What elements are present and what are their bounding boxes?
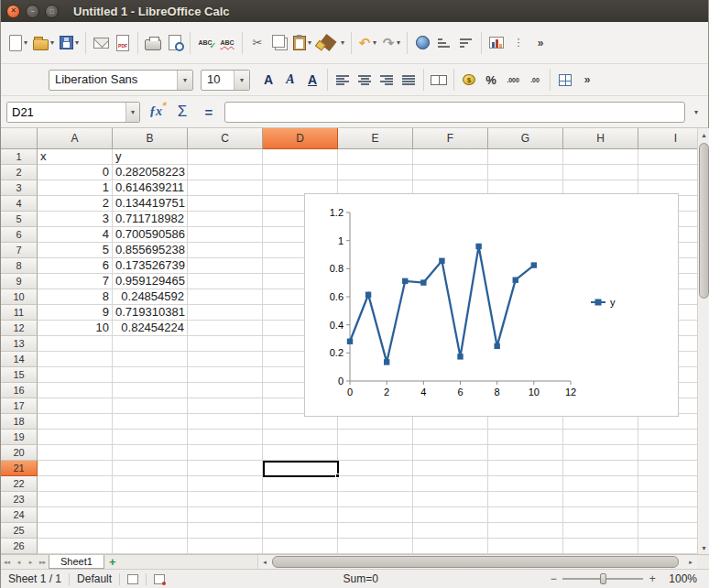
row-header-1[interactable]: 1 xyxy=(1,149,38,165)
cell-G21[interactable] xyxy=(488,461,563,476)
cell-C7[interactable] xyxy=(188,243,263,258)
scroll-down-arrow[interactable]: ▾ xyxy=(698,541,709,554)
column-header-F[interactable]: F xyxy=(413,128,488,149)
cell-B8[interactable]: 0.173526739 xyxy=(113,258,188,274)
paste-dropdown-arrow[interactable]: ▾ xyxy=(308,38,311,47)
cell-A24[interactable] xyxy=(38,507,113,523)
row-header-14[interactable]: 14 xyxy=(1,352,38,367)
cell-C22[interactable] xyxy=(188,476,263,492)
row-header-17[interactable]: 17 xyxy=(1,398,38,414)
cell-B23[interactable] xyxy=(113,492,188,507)
align-center-button[interactable] xyxy=(354,68,376,92)
close-button[interactable]: ✕ xyxy=(6,5,20,18)
new-dropdown-arrow[interactable]: ▾ xyxy=(24,38,27,47)
cell-I24[interactable] xyxy=(638,507,697,523)
cell-I1[interactable] xyxy=(638,149,697,165)
cell-D22[interactable] xyxy=(263,476,338,492)
cell-B18[interactable] xyxy=(113,414,188,430)
column-header-B[interactable]: B xyxy=(113,128,188,149)
merge-cells-button[interactable] xyxy=(428,68,450,92)
cell-B2[interactable]: 0.282058223 xyxy=(113,165,188,180)
row-header-22[interactable]: 22 xyxy=(1,476,38,492)
cell-C12[interactable] xyxy=(188,321,263,336)
column-header-E[interactable]: E xyxy=(338,128,413,149)
font-name-dropdown[interactable]: ▾ xyxy=(177,71,192,90)
cell-A22[interactable] xyxy=(38,476,113,492)
scroll-up-arrow[interactable]: ▴ xyxy=(698,128,709,141)
cell-G2[interactable] xyxy=(488,165,563,180)
cell-D1[interactable] xyxy=(263,149,338,165)
italic-button[interactable]: A xyxy=(279,68,301,92)
cell-A26[interactable] xyxy=(38,539,113,554)
cell-E20[interactable] xyxy=(338,445,413,461)
vertical-scrollbar[interactable]: ▴ ▾ xyxy=(697,128,709,554)
row-header-10[interactable]: 10 xyxy=(1,289,38,305)
undo-button[interactable]: ↶▾ xyxy=(355,28,379,58)
clone-formatting-dropdown-arrow[interactable]: ▾ xyxy=(341,38,344,47)
cell-I25[interactable] xyxy=(638,523,697,539)
cell-B16[interactable] xyxy=(113,383,188,398)
cell-C3[interactable] xyxy=(188,180,263,196)
undo-dropdown-arrow[interactable]: ▾ xyxy=(373,38,376,47)
cell-H20[interactable] xyxy=(563,445,638,461)
cell-G20[interactable] xyxy=(488,445,563,461)
zoom-in-button[interactable]: + xyxy=(648,572,657,585)
cell-C9[interactable] xyxy=(188,274,263,289)
clone-formatting-button[interactable]: ▾ xyxy=(314,28,347,58)
cell-C4[interactable] xyxy=(188,196,263,212)
cell-C13[interactable] xyxy=(188,336,263,352)
cell-C8[interactable] xyxy=(188,258,263,274)
overflow-main-button[interactable]: » xyxy=(529,28,551,58)
cell-A7[interactable]: 5 xyxy=(38,243,113,258)
row-header-13[interactable]: 13 xyxy=(1,336,38,352)
row-header-4[interactable]: 4 xyxy=(1,196,38,212)
cell-H24[interactable] xyxy=(563,507,638,523)
cell-C17[interactable] xyxy=(188,398,263,414)
cell-C6[interactable] xyxy=(188,227,263,243)
expand-formula-bar-button[interactable]: ▾ xyxy=(690,101,703,123)
cell-E22[interactable] xyxy=(338,476,413,492)
cell-B3[interactable]: 0.614639211 xyxy=(113,180,188,196)
cell-E25[interactable] xyxy=(338,523,413,539)
row-header-24[interactable]: 24 xyxy=(1,507,38,523)
cell-A25[interactable] xyxy=(38,523,113,539)
cell-A10[interactable]: 8 xyxy=(38,289,113,305)
horizontal-scroll-track[interactable] xyxy=(271,555,684,569)
cell-B11[interactable]: 0.719310381 xyxy=(113,305,188,321)
cell-F24[interactable] xyxy=(413,507,488,523)
cell-B10[interactable]: 0.24854592 xyxy=(113,289,188,305)
font-size-dropdown[interactable]: ▾ xyxy=(234,71,249,90)
cell-E21[interactable] xyxy=(338,461,413,476)
scroll-right-arrow[interactable]: ▸ xyxy=(684,555,697,569)
row-header-3[interactable]: 3 xyxy=(1,180,38,196)
hyperlink-button[interactable] xyxy=(411,28,433,58)
font-size-combo[interactable]: 10 ▾ xyxy=(201,70,250,91)
email-button[interactable] xyxy=(90,28,112,58)
sheet-tab-sheet1[interactable]: Sheet1 xyxy=(49,555,104,569)
cell-A18[interactable] xyxy=(38,414,113,430)
cell-C20[interactable] xyxy=(188,445,263,461)
save-button[interactable]: ▾ xyxy=(57,28,82,58)
cell-D19[interactable] xyxy=(263,430,338,445)
cell-C26[interactable] xyxy=(188,539,263,554)
redo-button[interactable]: ↷▾ xyxy=(379,28,403,58)
cell-F26[interactable] xyxy=(413,539,488,554)
row-header-5[interactable]: 5 xyxy=(1,212,38,227)
cell-C15[interactable] xyxy=(188,367,263,383)
cell-G23[interactable] xyxy=(488,492,563,507)
cell-B21[interactable] xyxy=(113,461,188,476)
cell-H2[interactable] xyxy=(563,165,638,180)
next-sheet-button[interactable]: ▸ xyxy=(25,555,37,569)
cell-A15[interactable] xyxy=(38,367,113,383)
cell-B7[interactable]: 0.855695238 xyxy=(113,243,188,258)
cell-A21[interactable] xyxy=(38,461,113,476)
cell-F25[interactable] xyxy=(413,523,488,539)
cell-G24[interactable] xyxy=(488,507,563,523)
spreadsheet-grid[interactable]: ABCDEFGHI 1xy200.282058223310.6146392114… xyxy=(1,128,697,554)
name-box-dropdown[interactable]: ▾ xyxy=(125,103,139,122)
cell-B5[interactable]: 0.711718982 xyxy=(113,212,188,227)
cell-D26[interactable] xyxy=(263,539,338,554)
cell-B14[interactable] xyxy=(113,352,188,367)
selection-mode-icon[interactable] xyxy=(127,574,138,584)
cell-H25[interactable] xyxy=(563,523,638,539)
